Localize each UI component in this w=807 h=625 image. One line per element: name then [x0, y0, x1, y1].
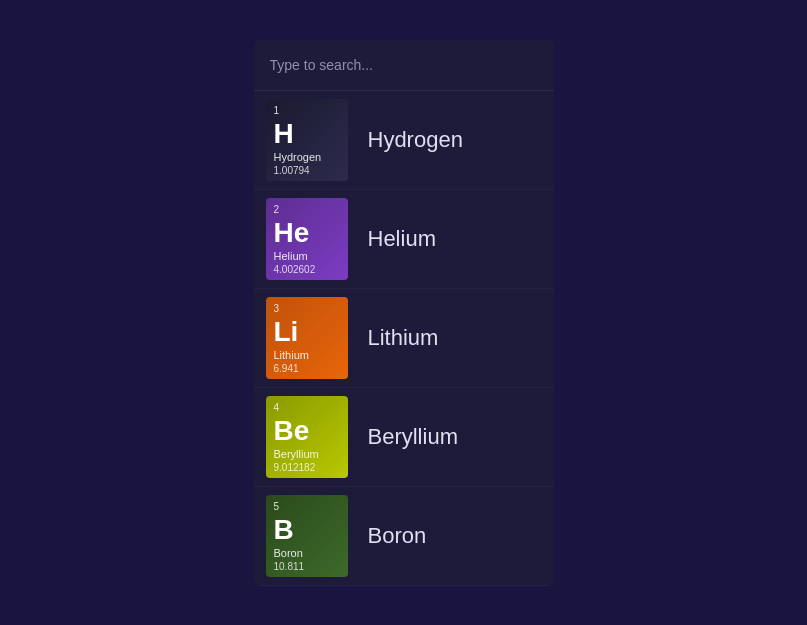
element-number-boron: 5 [274, 501, 280, 513]
element-tile-boron: 5 B Boron 10.811 [266, 495, 348, 577]
element-symbol-hydrogen: H [274, 119, 294, 150]
element-search-panel: 1 H Hydrogen 1.00794 Hydrogen 2 He Heliu… [254, 40, 554, 586]
element-fullname-helium: Helium [368, 226, 436, 252]
element-weight-helium: 4.002602 [274, 264, 316, 275]
element-fullname-hydrogen: Hydrogen [368, 127, 463, 153]
element-fullname-boron: Boron [368, 523, 427, 549]
element-fullname-beryllium: Beryllium [368, 424, 458, 450]
element-weight-lithium: 6.941 [274, 363, 299, 374]
element-symbol-helium: He [274, 218, 310, 249]
list-item-hydrogen[interactable]: 1 H Hydrogen 1.00794 Hydrogen [254, 91, 554, 190]
element-tile-helium: 2 He Helium 4.002602 [266, 198, 348, 280]
element-fullname-lithium: Lithium [368, 325, 439, 351]
element-weight-boron: 10.811 [274, 561, 305, 572]
list-item-boron[interactable]: 5 B Boron 10.811 Boron [254, 487, 554, 586]
element-name-tile-helium: Helium [274, 250, 308, 262]
element-number-beryllium: 4 [274, 402, 280, 414]
element-symbol-boron: B [274, 515, 294, 546]
element-number-lithium: 3 [274, 303, 280, 315]
element-symbol-lithium: Li [274, 317, 299, 348]
search-bar [254, 40, 554, 91]
element-name-tile-hydrogen: Hydrogen [274, 151, 322, 163]
element-list: 1 H Hydrogen 1.00794 Hydrogen 2 He Heliu… [254, 91, 554, 586]
element-name-tile-beryllium: Beryllium [274, 448, 319, 460]
list-item-helium[interactable]: 2 He Helium 4.002602 Helium [254, 190, 554, 289]
element-weight-beryllium: 9.012182 [274, 462, 316, 473]
element-number-hydrogen: 1 [274, 105, 280, 117]
list-item-beryllium[interactable]: 4 Be Beryllium 9.012182 Beryllium [254, 388, 554, 487]
element-name-tile-lithium: Lithium [274, 349, 309, 361]
element-tile-beryllium: 4 Be Beryllium 9.012182 [266, 396, 348, 478]
element-symbol-beryllium: Be [274, 416, 310, 447]
element-name-tile-boron: Boron [274, 547, 303, 559]
element-weight-hydrogen: 1.00794 [274, 165, 310, 176]
element-number-helium: 2 [274, 204, 280, 216]
element-tile-hydrogen: 1 H Hydrogen 1.00794 [266, 99, 348, 181]
list-item-lithium[interactable]: 3 Li Lithium 6.941 Lithium [254, 289, 554, 388]
search-input[interactable] [270, 57, 538, 73]
element-tile-lithium: 3 Li Lithium 6.941 [266, 297, 348, 379]
